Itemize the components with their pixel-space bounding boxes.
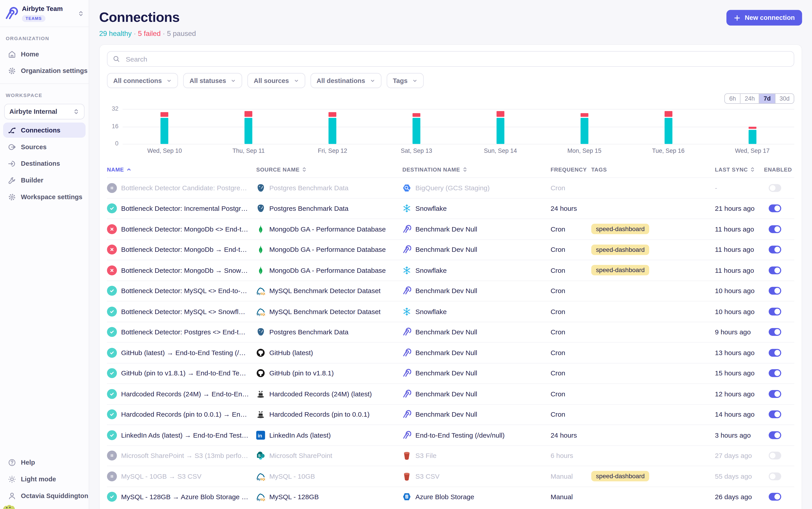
filter-bar: All connectionsAll statusesAll sourcesAl… xyxy=(107,73,794,88)
sidebar-item-octavia-squiddington[interactable]: Octavia Squiddington xyxy=(3,488,86,503)
x-axis-label: Thu, Sep 11 xyxy=(207,148,291,154)
chart-bar[interactable] xyxy=(245,111,253,144)
column-header-last-sync[interactable]: LAST SYNC xyxy=(715,166,764,173)
filter-all-statuses[interactable]: All statuses xyxy=(183,73,242,88)
chart-bar[interactable] xyxy=(161,112,168,144)
org-switcher[interactable]: Airbyte Team TEAMS xyxy=(0,0,89,27)
table-row[interactable]: LinkedIn Ads (latest) → End-to-End Testi… xyxy=(107,425,794,445)
table-row[interactable]: Hardcoded Records (pin to 0.0.1) → End-t… xyxy=(107,404,794,425)
enabled-toggle[interactable] xyxy=(769,349,781,357)
sharepoint-icon: S xyxy=(256,451,265,460)
filter-all-destinations[interactable]: All destinations xyxy=(310,73,381,88)
filter-all-connections[interactable]: All connections xyxy=(107,73,178,88)
last-sync: 14 hours ago xyxy=(715,411,764,418)
enabled-toggle[interactable] xyxy=(769,369,781,377)
tag-badge[interactable]: speed-dashboard xyxy=(591,244,649,255)
tag-badge[interactable]: speed-dashboard xyxy=(591,471,649,482)
last-sync: 55 days ago xyxy=(715,472,764,480)
filter-all-sources[interactable]: All sources xyxy=(248,73,305,88)
enabled-toggle[interactable] xyxy=(769,411,781,418)
chart-bar[interactable] xyxy=(496,111,504,144)
sidebar-item-organization-settings[interactable]: Organization settings xyxy=(3,63,86,78)
filter-tags[interactable]: Tags xyxy=(387,73,424,88)
user-icon xyxy=(8,491,16,500)
s3-icon xyxy=(402,472,411,481)
sidebar-item-label: Connections xyxy=(21,127,61,134)
column-header-name[interactable]: NAME xyxy=(107,166,256,173)
enabled-toggle[interactable] xyxy=(769,328,781,336)
enabled-toggle[interactable] xyxy=(769,246,781,253)
sidebar-item-workspace-settings[interactable]: Workspace settings xyxy=(3,190,86,205)
enabled-toggle[interactable] xyxy=(769,472,781,480)
bigquery-icon xyxy=(402,183,411,192)
enabled-toggle[interactable] xyxy=(769,266,781,274)
source-name: GitHub (latest) xyxy=(269,349,313,357)
table-row[interactable]: Bottleneck Detector: MySQL <> Snowflake … xyxy=(107,301,794,321)
table-row[interactable]: Bottleneck Detector: Incremental Postgre… xyxy=(107,198,794,218)
tag-badge[interactable]: speed-dashboard xyxy=(591,224,649,234)
enabled-toggle[interactable] xyxy=(769,308,781,315)
svg-text:MySQL: MySQL xyxy=(257,478,265,481)
enabled-toggle[interactable] xyxy=(769,205,781,212)
column-header-destination-name[interactable]: DESTINATION NAME xyxy=(402,166,551,173)
enabled-toggle[interactable] xyxy=(769,287,781,295)
last-sync: 13 hours ago xyxy=(715,349,764,357)
chart-bar[interactable] xyxy=(748,127,756,144)
sort-asc-icon xyxy=(126,167,131,172)
sidebar-item-light-mode[interactable]: Light mode xyxy=(3,472,86,487)
bar-failed-segment xyxy=(413,113,420,117)
sidebar-item-builder[interactable]: Builder xyxy=(3,173,86,188)
frequency: Cron xyxy=(551,411,591,418)
search-input[interactable] xyxy=(125,55,788,63)
frequency: Manual xyxy=(551,493,591,501)
chart-bar[interactable] xyxy=(664,111,672,144)
enabled-toggle[interactable] xyxy=(769,493,781,501)
table-row[interactable]: Bottleneck Detector Candidate: Postgres … xyxy=(107,177,794,198)
sidebar-item-home[interactable]: Home xyxy=(3,46,86,62)
enabled-toggle[interactable] xyxy=(769,431,781,439)
table-row[interactable]: Bottleneck Detector: MySQL <> End-to-End… xyxy=(107,280,794,301)
frequency: Cron xyxy=(551,349,591,357)
table-row[interactable]: Bottleneck Detector: MongoDb → Snowflake… xyxy=(107,260,794,280)
sidebar-item-connections[interactable]: Connections xyxy=(3,123,86,138)
x-axis-label: Mon, Sep 15 xyxy=(542,148,626,154)
table-row[interactable]: Bottleneck Detector: Postgres <> End-to-… xyxy=(107,321,794,342)
table-row[interactable]: MySQL - 10GB → S3 CSV MySQL MySQL - 10GB… xyxy=(107,466,794,486)
status-paused-icon xyxy=(107,183,117,193)
chart-bar[interactable] xyxy=(581,113,588,144)
status-healthy-icon xyxy=(107,327,117,337)
new-connection-button[interactable]: New connection xyxy=(726,10,802,26)
table-row[interactable]: Hardcoded Records (24M) → End-to-End Te…… xyxy=(107,383,794,404)
sidebar-item-help[interactable]: Help xyxy=(3,455,86,470)
status-healthy-icon xyxy=(107,409,117,419)
chart-bar[interactable] xyxy=(413,113,420,144)
sidebar-item-destinations[interactable]: Destinations xyxy=(3,156,86,171)
table-row[interactable]: MySQL - 128GB → Azure Blob Storage JSOn … xyxy=(107,486,794,507)
destination-name: Benchmark Dev Null xyxy=(415,349,477,357)
sidebar-item-sources[interactable]: Sources xyxy=(3,139,86,155)
help-icon xyxy=(8,458,16,466)
time-range-30d[interactable]: 30d xyxy=(775,94,794,103)
mysql-icon: MySQL xyxy=(256,472,265,481)
workspace-selector[interactable]: Airbyte Internal xyxy=(4,104,85,119)
tag-badge[interactable]: speed-dashboard xyxy=(591,265,649,275)
column-header-source-name[interactable]: SOURCE NAME xyxy=(256,166,402,173)
enabled-toggle[interactable] xyxy=(769,184,781,192)
mongodb-icon xyxy=(256,266,265,275)
table-row[interactable]: Microsoft SharePoint → S3 (13mb performa… xyxy=(107,445,794,466)
time-range-6h[interactable]: 6h xyxy=(725,94,741,103)
table-row[interactable]: GitHub (latest) → End-to-End Testing (/d… xyxy=(107,342,794,363)
time-range-24h[interactable]: 24h xyxy=(741,94,759,103)
enabled-toggle[interactable] xyxy=(769,225,781,233)
chart-bar[interactable] xyxy=(329,112,336,144)
table-row[interactable]: Bottleneck Detector: MongoDb <> End-to-E… xyxy=(107,218,794,239)
status-healthy-icon xyxy=(107,389,117,399)
paused-count: 5 paused xyxy=(167,30,196,37)
time-range-bar: 6h24h7d30d xyxy=(107,94,794,104)
table-row[interactable]: Bottleneck Detector: MongoDb → End-to-En… xyxy=(107,239,794,260)
time-range-7d[interactable]: 7d xyxy=(759,94,775,103)
chevron-down-icon xyxy=(293,78,299,83)
enabled-toggle[interactable] xyxy=(769,390,781,398)
table-row[interactable]: GitHub (pin to v1.8.1) → End-to-End Test… xyxy=(107,363,794,383)
enabled-toggle[interactable] xyxy=(769,452,781,460)
